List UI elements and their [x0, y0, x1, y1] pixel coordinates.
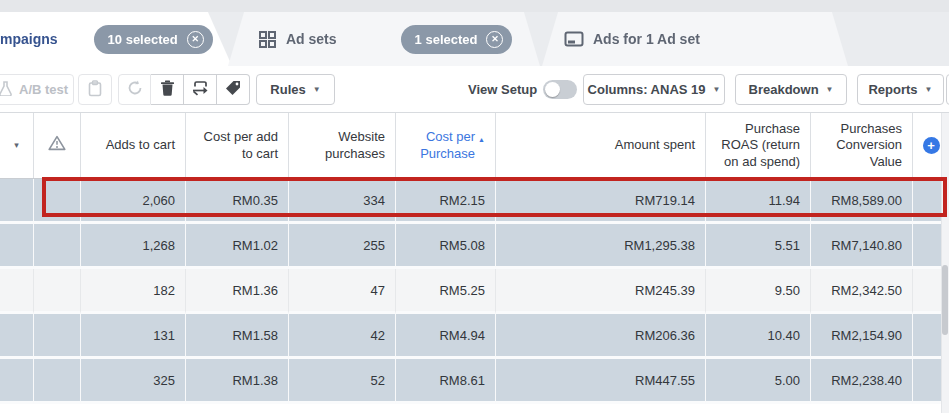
table-header: ▾ Adds to cart Cost per add to cart Webs…: [0, 113, 949, 179]
toggle-knob: [545, 82, 560, 97]
table-cell: RM206.36: [495, 314, 705, 359]
table-cell: 42: [288, 314, 395, 359]
tab-adsets[interactable]: Ad sets 1 selected ✕: [228, 12, 540, 66]
tab-campaigns-label[interactable]: mpaigns: [0, 31, 58, 47]
table-cell: RM4.94: [395, 314, 495, 359]
table-body: 2,060RM0.35334RM2.15RM719.1411.94RM8,589…: [0, 179, 949, 404]
column-header-label: Cost per Purchase: [400, 129, 475, 162]
table-cell: RM245.39: [495, 269, 705, 314]
column-header-cost-per-add[interactable]: Cost per add to cart: [185, 113, 288, 178]
view-setup-label: View Setup: [468, 82, 537, 97]
refresh-button[interactable]: [118, 74, 151, 105]
table-row[interactable]: 182RM1.3647RM5.25RM245.399.50RM2,342.50: [0, 269, 949, 314]
adsets-selected-badge[interactable]: 1 selected ✕: [401, 25, 513, 54]
table-cell: 2,060: [80, 179, 185, 224]
adsets-grid-icon: [258, 30, 277, 49]
chevron-down-icon: ▼: [826, 85, 834, 94]
table-cell: RM2.15: [395, 179, 495, 224]
row-caret-cell: [0, 269, 33, 314]
table-cell: RM719.14: [495, 179, 705, 224]
table-cell: RM1.36: [185, 269, 288, 314]
reports-label: Reports: [868, 82, 917, 97]
table-cell: 182: [80, 269, 185, 314]
clear-selection-icon[interactable]: ✕: [486, 31, 503, 48]
table-cell: 5.00: [705, 359, 810, 404]
row-caret-cell: [0, 359, 33, 404]
tab-ads-label[interactable]: Ads for 1 Ad set: [593, 31, 700, 47]
table-cell: RM2,342.50: [810, 269, 912, 314]
table-cell: RM1.02: [185, 224, 288, 269]
delete-button[interactable]: [151, 74, 184, 105]
vertical-scrollbar-track[interactable]: [941, 113, 949, 413]
row-caret-cell: [0, 224, 33, 269]
table-cell: 1,268: [80, 224, 185, 269]
chevron-down-icon: ▼: [713, 85, 721, 94]
column-header-purchase-roas[interactable]: Purchase ROAS (return on ad spend): [705, 113, 810, 178]
duplicate-button[interactable]: [78, 74, 112, 105]
add-column-icon[interactable]: +: [923, 137, 940, 154]
tab-adsets-label[interactable]: Ad sets: [286, 31, 337, 47]
clear-selection-icon[interactable]: ✕: [187, 31, 204, 48]
chevron-down-icon: ▼: [925, 85, 933, 94]
table-cell: RM8.61: [395, 359, 495, 404]
table-row[interactable]: 325RM1.3852RM8.61RM447.555.00RM2,238.40: [0, 359, 949, 404]
adsets-selected-count: 1 selected: [415, 32, 478, 47]
rules-button[interactable]: Rules ▼: [256, 74, 335, 105]
table-cell: 52: [288, 359, 395, 404]
table-cell: RM2,238.40: [810, 359, 912, 404]
table-cell: RM5.08: [395, 224, 495, 269]
reports-button[interactable]: Reports ▼: [857, 74, 944, 105]
breakdown-label: Breakdown: [749, 82, 819, 97]
ads-icon: [564, 30, 584, 48]
row-alert-cell: [33, 269, 80, 314]
columns-label: Columns: ANAS 19: [588, 82, 706, 97]
export-button[interactable]: [184, 74, 217, 105]
row-alert-cell: [33, 314, 80, 359]
row-caret-cell: [0, 314, 33, 359]
ads-manager-screen: mpaigns 10 selected ✕ Ad sets 1 selected…: [0, 0, 949, 413]
top-strip: [0, 0, 949, 12]
table-cell: 5.51: [705, 224, 810, 269]
row-actions-group: [118, 74, 250, 105]
rules-label: Rules: [270, 82, 305, 97]
tab-ads[interactable]: Ads for 1 Ad set: [542, 12, 848, 66]
column-header-amount-spent[interactable]: Amount spent: [495, 113, 705, 178]
refresh-icon: [127, 80, 143, 100]
table-cell: RM1.58: [185, 314, 288, 359]
table-cell: RM0.35: [185, 179, 288, 224]
column-header-cost-per-purchase[interactable]: Cost per Purchase ▲: [395, 113, 495, 178]
column-header-conversion-value[interactable]: Purchases Conversion Value: [810, 113, 912, 178]
column-header-website-purchases[interactable]: Website purchases: [288, 113, 395, 178]
columns-button[interactable]: Columns: ANAS 19 ▼: [583, 74, 725, 105]
table-cell: 334: [288, 179, 395, 224]
column-header-adds-to-cart[interactable]: Adds to cart: [80, 113, 185, 178]
header-alert-cell[interactable]: [33, 113, 80, 178]
chevron-down-icon: ▾: [14, 140, 19, 151]
campaigns-selected-badge[interactable]: 10 selected ✕: [94, 25, 213, 54]
trash-icon: [160, 80, 175, 100]
sort-ascending-icon: ▲: [478, 136, 485, 145]
table-cell: RM1,295.38: [495, 224, 705, 269]
tab-bar: mpaigns 10 selected ✕ Ad sets 1 selected…: [0, 12, 949, 66]
vertical-scrollbar-thumb[interactable]: [942, 265, 948, 335]
ab-test-button[interactable]: A/B test: [0, 74, 74, 105]
view-setup-toggle[interactable]: [543, 80, 577, 99]
table-cell: 10.40: [705, 314, 810, 359]
toolbar: A/B test: [0, 66, 949, 113]
breakdown-button[interactable]: Breakdown ▼: [735, 74, 847, 105]
tab-campaigns[interactable]: mpaigns 10 selected ✕: [0, 12, 232, 66]
clipboard-icon: [88, 80, 102, 100]
swap-arrows-icon: [192, 80, 209, 100]
table-row[interactable]: 2,060RM0.35334RM2.15RM719.1411.94RM8,589…: [0, 179, 949, 224]
table-row[interactable]: 131RM1.5842RM4.94RM206.3610.40RM2,154.90: [0, 314, 949, 359]
table-row[interactable]: 1,268RM1.02255RM5.08RM1,295.385.51RM7,14…: [0, 224, 949, 269]
header-caret-cell[interactable]: ▾: [0, 113, 33, 178]
ab-test-label: A/B test: [19, 82, 68, 97]
row-caret-cell: [0, 179, 33, 224]
row-alert-cell: [33, 359, 80, 404]
tag-button[interactable]: [217, 74, 250, 105]
table-cell: RM8,589.00: [810, 179, 912, 224]
campaigns-selected-count: 10 selected: [108, 32, 178, 47]
row-alert-cell: [33, 224, 80, 269]
table-cell: 11.94: [705, 179, 810, 224]
